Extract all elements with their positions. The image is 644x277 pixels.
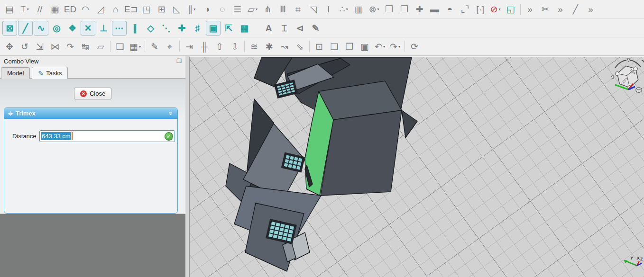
select-group-icon[interactable]: ⌞⌝: [458, 2, 472, 17]
trimex-header[interactable]: ◂|▸ Trimex «: [4, 108, 177, 119]
arch-structure-icon[interactable]: ⌶: [18, 2, 32, 17]
3d-viewport[interactable]: TOP LEFT Y X Z: [189, 56, 644, 277]
snap-extension-icon[interactable]: ⋯: [112, 21, 127, 36]
snap-grid-icon[interactable]: ♯: [190, 21, 205, 36]
navigation-cube[interactable]: TOP LEFT: [611, 57, 644, 100]
save-icon[interactable]: ▣: [358, 39, 372, 54]
draft-dimension-icon[interactable]: ⌶: [277, 21, 292, 36]
arch-truss-icon[interactable]: ◹: [306, 2, 321, 17]
snap-midpoint-icon[interactable]: ∿: [34, 21, 48, 36]
arch-floor-icon[interactable]: E⊐: [124, 2, 138, 17]
draft-annotation-styles-icon[interactable]: ✎: [308, 21, 323, 36]
arch-profile-icon[interactable]: I: [322, 2, 336, 17]
draft-edit-icon[interactable]: ✎: [147, 39, 162, 54]
wire-to-bspline-icon[interactable]: ≋: [247, 39, 261, 54]
arch-building-icon[interactable]: ⌂: [109, 2, 123, 17]
tab-model[interactable]: Model: [1, 67, 30, 79]
combo-view-panel: Combo View ❐ Model ✎ Tasks ✕ Close ◂|▸ T…: [0, 56, 185, 277]
arch-add-component-icon[interactable]: ✚: [413, 2, 427, 17]
model-face[interactable]: [402, 110, 417, 138]
snap-intersection-icon[interactable]: ✕: [81, 21, 95, 36]
trimex-toolbar-icon[interactable]: ↹: [78, 39, 92, 54]
arch-wall-icon[interactable]: ▤: [2, 2, 17, 17]
arch-survey-icon[interactable]: ◓: [443, 2, 457, 17]
arch-equipment-icon[interactable]: ⋔: [261, 2, 275, 17]
undo-icon[interactable]: ↶: [373, 39, 387, 54]
arch-building-part-icon[interactable]: ED: [63, 2, 77, 17]
model-window[interactable]: [274, 80, 298, 98]
distance-input[interactable]: 643.33 cm ✓: [39, 130, 175, 142]
snap-endpoint-icon[interactable]: ╱: [18, 21, 33, 36]
subelement-highlight-icon[interactable]: ⌖: [163, 39, 177, 54]
split-icon[interactable]: ╫: [197, 39, 212, 54]
arch-component-icon[interactable]: ◳: [139, 2, 154, 17]
offset-icon[interactable]: ↷: [63, 39, 77, 54]
snap-near-icon[interactable]: ⋱: [159, 21, 174, 36]
open-file-icon[interactable]: ❐: [342, 39, 357, 54]
arch-section-plane-icon[interactable]: ◑: [200, 2, 214, 17]
close-icon: ✕: [80, 90, 87, 97]
arch-rebar-icon[interactable]: //: [33, 2, 47, 17]
scale-icon[interactable]: ⇲: [33, 39, 47, 54]
snap-perpendicular-icon[interactable]: ⊥: [96, 21, 111, 36]
move-icon[interactable]: ✥: [2, 39, 17, 54]
svg-text:Y: Y: [630, 256, 633, 260]
close-button[interactable]: ✕ Close: [74, 88, 111, 99]
toggle-cut-plane-icon[interactable]: ⊘: [488, 2, 503, 17]
snap-dimensions-icon[interactable]: ⇱: [221, 21, 236, 36]
arch-frame-icon[interactable]: Ⅲ: [276, 2, 290, 17]
float-panel-icon[interactable]: ❐: [176, 58, 182, 64]
toolbar-overflow-1-icon[interactable]: »: [523, 2, 537, 17]
arch-panel-icon[interactable]: ◺: [170, 2, 184, 17]
arch-dome-icon[interactable]: ◠: [78, 2, 92, 17]
cut-icon[interactable]: ✂: [538, 2, 552, 17]
draft-text-icon[interactable]: A: [261, 21, 276, 36]
collapse-icon[interactable]: «: [166, 110, 174, 117]
arch-stairs-icon[interactable]: ☰: [230, 2, 245, 17]
arch-panel-sheet-icon[interactable]: ▱: [246, 2, 260, 17]
arch-reference-icon[interactable]: ◌: [215, 2, 230, 17]
array-icon[interactable]: ▦: [128, 39, 142, 54]
toggle-grid-icon[interactable]: ▦: [237, 21, 252, 36]
arch-pipe-icon[interactable]: ∥: [185, 2, 199, 17]
shape-2d-view-icon[interactable]: ✱: [262, 39, 276, 54]
arch-roof-icon[interactable]: ◿: [93, 2, 108, 17]
arch-cut-plane-object-icon[interactable]: ❒: [382, 2, 396, 17]
rotate-icon[interactable]: ↺: [18, 39, 32, 54]
toolbar-overflow-2-icon[interactable]: »: [553, 2, 568, 17]
toggle-3d-view-icon[interactable]: ◱: [504, 2, 518, 17]
toolbar-overflow-3-icon[interactable]: »: [584, 2, 598, 17]
arch-curtain-wall-icon[interactable]: ▦: [48, 2, 62, 17]
arch-cut-line-object-icon[interactable]: ❒: [397, 2, 412, 17]
select-subelements-icon[interactable]: [·]: [473, 2, 488, 17]
snap-special-icon[interactable]: ◇: [143, 21, 158, 36]
downgrade-icon[interactable]: ⇩: [228, 39, 242, 54]
stretch-icon[interactable]: ▱: [93, 39, 108, 54]
snap-angle-icon[interactable]: ❖: [65, 21, 80, 36]
arch-remove-component-icon[interactable]: ▬: [428, 2, 442, 17]
arch-material-icon[interactable]: ∴: [337, 2, 351, 17]
slope-icon[interactable]: ⇘: [293, 39, 307, 54]
redo-icon[interactable]: ↷: [388, 39, 402, 54]
snap-lock-icon[interactable]: ⊠: [2, 21, 17, 36]
draft-line-icon[interactable]: ╱: [569, 2, 583, 17]
snap-center-icon[interactable]: ◎: [49, 21, 64, 36]
snap-ortho-icon[interactable]: ✚: [175, 21, 189, 36]
clone-icon[interactable]: ❑: [113, 39, 127, 54]
arch-window-icon[interactable]: ⊞: [155, 2, 169, 17]
arch-pipe-tube-icon[interactable]: ⊚: [367, 2, 381, 17]
arch-fence-icon[interactable]: ⌗: [291, 2, 305, 17]
snap-parallel-icon[interactable]: ∥: [128, 21, 142, 36]
new-file-icon[interactable]: ❏: [327, 39, 341, 54]
panel-splitter[interactable]: [185, 56, 189, 277]
draft-to-sketch-icon[interactable]: ↝: [277, 39, 292, 54]
draft-label-icon[interactable]: ⊲: [293, 21, 307, 36]
refresh-icon[interactable]: ⟳: [407, 39, 422, 54]
join-icon[interactable]: ⇥: [182, 39, 196, 54]
upgrade-icon[interactable]: ⇧: [212, 39, 227, 54]
working-plane-proxy-icon[interactable]: ⊡: [312, 39, 326, 54]
tab-tasks[interactable]: ✎ Tasks: [32, 67, 68, 79]
snap-working-plane-icon[interactable]: ▣: [206, 21, 221, 36]
mirror-icon[interactable]: ⋈: [48, 39, 62, 54]
arch-schedule-icon[interactable]: ▥: [352, 2, 366, 17]
